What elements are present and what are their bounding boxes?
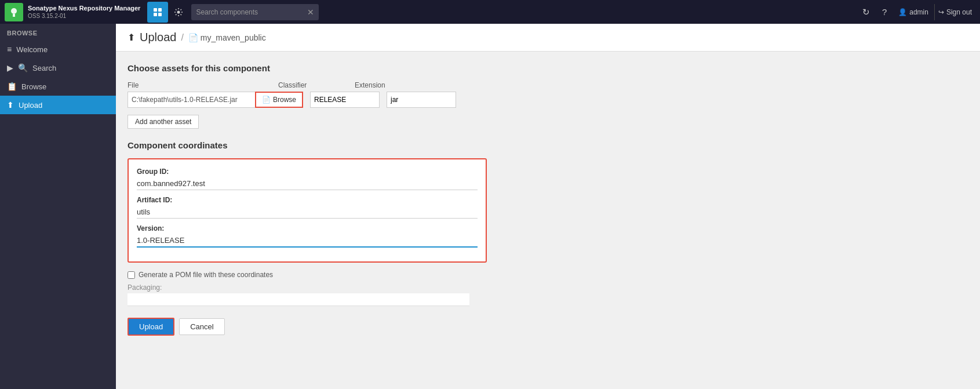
- help-btn[interactable]: ?: [876, 4, 892, 20]
- logo-icon: [5, 3, 23, 21]
- browse-file-icon: 📄: [262, 96, 271, 104]
- version-input[interactable]: [137, 234, 478, 248]
- upload-sidebar-icon: ⬆: [7, 100, 14, 110]
- file-input[interactable]: [127, 92, 255, 108]
- main-layout: Browse ≡ Welcome ▶ 🔍 Search 📋 Browse ⬆ U…: [0, 24, 980, 389]
- user-icon: 👤: [898, 8, 907, 16]
- svg-rect-2: [154, 8, 157, 12]
- extension-input[interactable]: [387, 92, 456, 108]
- repo-name: my_maven_public: [201, 33, 266, 42]
- form-area: Choose assets for this component File Cl…: [116, 52, 980, 347]
- repo-icon: 📄: [188, 33, 198, 42]
- group-id-input[interactable]: [137, 177, 478, 190]
- generate-pom-checkbox[interactable]: [127, 271, 135, 279]
- browse-btn[interactable]: 📄 Browse: [255, 92, 303, 108]
- coordinates-title: Component coordinates: [127, 140, 968, 150]
- sidebar-item-label: Upload: [19, 101, 42, 110]
- svg-rect-5: [158, 13, 162, 16]
- add-asset-btn[interactable]: Add another asset: [127, 115, 199, 129]
- topbar: Sonatype Nexus Repository Manager OSS 3.…: [0, 0, 980, 24]
- svg-point-6: [177, 10, 180, 13]
- action-buttons: Upload Cancel: [127, 318, 968, 336]
- upload-btn-label: Upload: [139, 322, 163, 331]
- file-label: File: [127, 81, 255, 89]
- classifier-input[interactable]: [310, 92, 380, 108]
- admin-menu-btn[interactable]: 👤 admin: [895, 8, 932, 16]
- browse-label: Browse: [273, 96, 296, 104]
- topbar-right: ↻ ? 👤 admin ↪ Sign out: [858, 4, 975, 20]
- asset-row: 📄 Browse: [127, 92, 968, 108]
- group-id-field: Group ID:: [137, 168, 478, 190]
- sidebar: Browse ≡ Welcome ▶ 🔍 Search 📋 Browse ⬆ U…: [0, 24, 116, 389]
- search-input[interactable]: [196, 8, 307, 16]
- nav-settings-btn[interactable]: [168, 2, 189, 23]
- content-area: ⬆ Upload / 📄 my_maven_public Choose asse…: [116, 24, 980, 389]
- signout-label: Sign out: [946, 8, 972, 16]
- packaging-row: Packaging:: [127, 283, 968, 306]
- sidebar-section-title: Browse: [0, 24, 116, 40]
- nav-home-btn[interactable]: [147, 2, 168, 23]
- page-title: Upload: [140, 31, 176, 44]
- app-title: Sonatype Nexus Repository Manager OSS 3.…: [28, 4, 140, 20]
- signout-icon: ↪: [938, 8, 944, 16]
- group-id-label: Group ID:: [137, 168, 478, 176]
- field-labels: File Classifier Extension: [127, 81, 968, 89]
- generate-pom-label[interactable]: Generate a POM file with these coordinat…: [139, 271, 273, 279]
- sidebar-item-upload[interactable]: ⬆ Upload: [0, 96, 116, 114]
- sidebar-item-label: Browse: [21, 82, 46, 91]
- browse-icon: 📋: [7, 82, 17, 91]
- extension-label: Extension: [355, 81, 424, 89]
- cancel-btn[interactable]: Cancel: [179, 318, 224, 335]
- cancel-btn-label: Cancel: [190, 322, 213, 331]
- artifact-id-field: Artifact ID:: [137, 196, 478, 219]
- breadcrumb-separator: /: [181, 32, 183, 43]
- add-asset-label: Add another asset: [135, 118, 191, 126]
- svg-rect-4: [154, 13, 157, 16]
- refresh-btn[interactable]: ↻: [858, 4, 874, 20]
- packaging-input[interactable]: [127, 293, 469, 306]
- packaging-label: Packaging:: [127, 283, 968, 292]
- sidebar-item-browse[interactable]: 📋 Browse: [0, 77, 116, 96]
- repo-breadcrumb[interactable]: 📄 my_maven_public: [188, 33, 266, 42]
- sidebar-item-welcome[interactable]: ≡ Welcome: [0, 40, 116, 59]
- sidebar-item-label: Search: [32, 64, 56, 72]
- app-logo: Sonatype Nexus Repository Manager OSS 3.…: [5, 3, 140, 21]
- sidebar-item-search[interactable]: ▶ 🔍 Search: [0, 59, 116, 77]
- generate-pom-row: Generate a POM file with these coordinat…: [127, 271, 968, 279]
- svg-rect-1: [13, 14, 15, 17]
- sidebar-item-label: Welcome: [16, 45, 48, 54]
- page-header: ⬆ Upload / 📄 my_maven_public: [116, 24, 980, 52]
- version-field: Version:: [137, 224, 478, 248]
- version-label: Version:: [137, 224, 478, 232]
- search-box: ✕: [191, 4, 319, 20]
- artifact-id-input[interactable]: [137, 206, 478, 219]
- welcome-icon: ≡: [7, 45, 12, 54]
- artifact-id-label: Artifact ID:: [137, 196, 478, 204]
- classifier-label: Classifier: [278, 81, 348, 89]
- search-glass-icon: 🔍: [18, 63, 28, 72]
- page-upload-icon: ⬆: [127, 32, 135, 43]
- search-clear-icon[interactable]: ✕: [307, 8, 314, 17]
- coordinates-box: Group ID: Artifact ID: Version:: [127, 158, 487, 263]
- svg-point-0: [11, 8, 17, 14]
- svg-rect-3: [158, 8, 162, 12]
- signout-btn[interactable]: ↪ Sign out: [934, 4, 975, 20]
- admin-label: admin: [909, 8, 928, 16]
- search-sidebar-icon: ▶: [7, 63, 13, 72]
- upload-submit-btn[interactable]: Upload: [127, 318, 174, 336]
- choose-assets-title: Choose assets for this component: [127, 63, 968, 73]
